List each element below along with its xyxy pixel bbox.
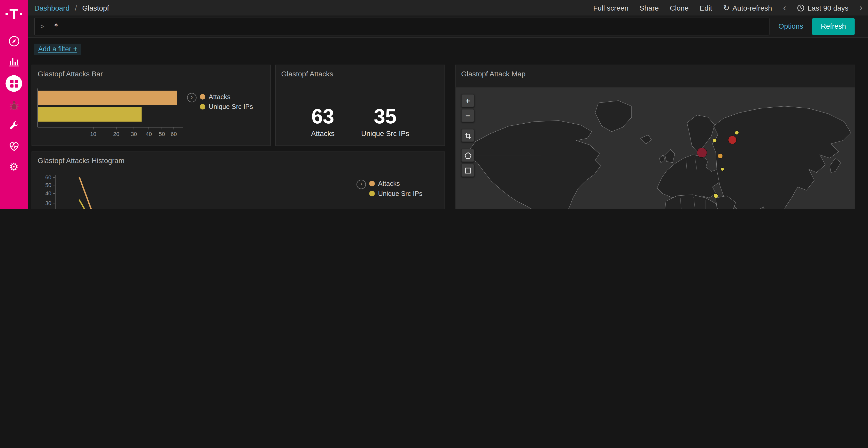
attacks-histogram-chart[interactable]: 01020304050602018-09-022018-09-162018-09… xyxy=(33,172,354,209)
clone-button[interactable]: Clone xyxy=(670,4,689,12)
svg-text:20: 20 xyxy=(113,131,119,137)
draw-rectangle-button[interactable] xyxy=(461,164,474,177)
query-bar: >_ * Options Refresh xyxy=(28,15,868,38)
telekom-logo[interactable]: T xyxy=(0,7,28,21)
breadcrumb-separator: / xyxy=(75,4,77,12)
options-link[interactable]: Options xyxy=(778,22,803,30)
world-map[interactable]: + − xyxy=(456,88,855,209)
heartbeat-icon xyxy=(7,140,20,152)
time-forward-button[interactable]: › xyxy=(860,3,862,12)
chart-legend: › AttacksUnique Src IPs xyxy=(356,180,423,198)
search-query-input[interactable]: >_ * xyxy=(34,18,770,35)
plus-icon: + xyxy=(73,45,77,53)
main-area: Dashboard / Glastopf Full screen Share C… xyxy=(28,0,868,209)
zoom-out-button[interactable]: − xyxy=(461,109,474,122)
sidebar-item-visualize[interactable] xyxy=(5,55,22,69)
metric-value: 35 xyxy=(361,106,409,128)
legend-label: Attacks xyxy=(378,180,400,187)
polygon-icon xyxy=(464,152,471,159)
gear-icon: ⚙ xyxy=(9,162,19,172)
share-button[interactable]: Share xyxy=(640,4,659,12)
sidebar-item-dashboard[interactable] xyxy=(5,75,22,92)
logo-dot xyxy=(6,13,8,15)
legend-swatch-icon xyxy=(200,94,206,99)
draw-polygon-button[interactable] xyxy=(461,149,474,162)
breadcrumb-current: Glastopf xyxy=(82,4,109,12)
svg-text:40: 40 xyxy=(45,191,52,196)
svg-text:30: 30 xyxy=(45,200,52,206)
clock-icon xyxy=(797,4,804,11)
legend-item[interactable]: Unique Src IPs xyxy=(200,103,253,111)
dashboard-grid: Glastopf Attacks Bar 102030405060 › Atta… xyxy=(28,61,868,209)
panel-attack-map: Glastopf Attack Map xyxy=(455,65,855,209)
legend-swatch-icon xyxy=(200,104,206,109)
sidebar-item-monitoring[interactable] xyxy=(5,139,22,153)
top-nav-bar: Dashboard / Glastopf Full screen Share C… xyxy=(28,0,868,15)
crop-icon xyxy=(464,132,471,139)
fit-data-bounds-button[interactable] xyxy=(461,129,474,142)
attacks-bar-chart[interactable]: 102030405060 xyxy=(34,88,189,143)
edit-button[interactable]: Edit xyxy=(700,4,712,12)
svg-text:60: 60 xyxy=(45,174,52,180)
rectangle-icon xyxy=(464,167,471,174)
compass-icon xyxy=(7,35,20,47)
map-canvas[interactable] xyxy=(456,88,855,209)
metric-attacks: 63 Attacks xyxy=(311,106,335,138)
wrench-icon xyxy=(8,120,20,132)
dashboard-icon xyxy=(9,79,18,88)
legend-swatch-icon xyxy=(369,191,375,196)
legend-toggle-icon[interactable]: › xyxy=(356,180,366,189)
logo-letter: T xyxy=(9,7,18,21)
legend-items: AttacksUnique Src IPs xyxy=(200,93,253,111)
svg-text:50: 50 xyxy=(45,182,52,188)
panel-attacks-bar: Glastopf Attacks Bar 102030405060 › Atta… xyxy=(32,65,271,146)
time-picker-button[interactable]: Last 90 days xyxy=(797,4,848,12)
svg-text:10: 10 xyxy=(90,131,96,137)
topbar-actions: Full screen Share Clone Edit ↻ Auto-refr… xyxy=(593,3,862,12)
legend-toggle-icon[interactable]: › xyxy=(187,93,196,102)
svg-text:30: 30 xyxy=(131,131,137,137)
legend-item[interactable]: Attacks xyxy=(369,180,423,187)
filter-bar: Add a filter + xyxy=(28,38,868,61)
query-prompt-icon: >_ xyxy=(40,23,48,30)
time-back-button[interactable]: ‹ xyxy=(783,3,786,12)
legend-item[interactable]: Unique Src IPs xyxy=(369,190,423,198)
panel-title: Glastopf Attacks Histogram xyxy=(32,152,444,167)
svg-text:50: 50 xyxy=(159,131,165,137)
time-range-label: Last 90 days xyxy=(808,4,848,12)
full-screen-button[interactable]: Full screen xyxy=(593,4,628,12)
auto-refresh-button[interactable]: ↻ Auto-refresh xyxy=(723,3,772,12)
metric-label: Attacks xyxy=(311,129,335,138)
refresh-button[interactable]: Refresh xyxy=(812,18,855,35)
sidebar-nav: ⚙ xyxy=(0,34,28,174)
legend-item[interactable]: Attacks xyxy=(200,93,253,101)
sidebar-item-discover[interactable] xyxy=(5,34,22,48)
legend-label: Unique Src IPs xyxy=(378,190,423,198)
query-value: * xyxy=(54,22,58,30)
app-sidebar: T xyxy=(0,0,28,209)
kibana-dashboard-app: T xyxy=(0,0,868,209)
zoom-in-button[interactable]: + xyxy=(461,94,474,107)
legend-items: AttacksUnique Src IPs xyxy=(369,180,423,198)
breadcrumb: Dashboard / Glastopf xyxy=(34,4,109,12)
legend-label: Unique Src IPs xyxy=(209,103,253,111)
metric-unique-src-ips: 35 Unique Src IPs xyxy=(361,106,409,138)
sidebar-item-dev-tools[interactable] xyxy=(5,119,22,133)
panel-title: Glastopf Attack Map xyxy=(456,65,855,80)
panel-title: Glastopf Attacks xyxy=(276,65,444,80)
svg-text:40: 40 xyxy=(146,131,152,137)
legend-swatch-icon xyxy=(369,181,375,186)
sidebar-item-t-pot[interactable] xyxy=(5,98,22,112)
panel-attacks-histogram: Glastopf Attacks Histogram 0102030405060… xyxy=(32,151,445,209)
metric-label: Unique Src IPs xyxy=(361,129,409,138)
metric-value: 63 xyxy=(311,106,335,128)
bar-chart-icon xyxy=(7,55,20,68)
add-filter-button[interactable]: Add a filter + xyxy=(34,44,81,55)
map-controls: + − xyxy=(461,94,474,179)
svg-text:60: 60 xyxy=(171,131,177,137)
sidebar-item-management[interactable]: ⚙ xyxy=(5,160,22,174)
breadcrumb-dashboard-link[interactable]: Dashboard xyxy=(34,4,69,12)
refresh-cycle-icon: ↻ xyxy=(723,3,730,12)
chart-legend: › AttacksUnique Src IPs xyxy=(187,93,253,111)
legend-label: Attacks xyxy=(209,93,230,101)
